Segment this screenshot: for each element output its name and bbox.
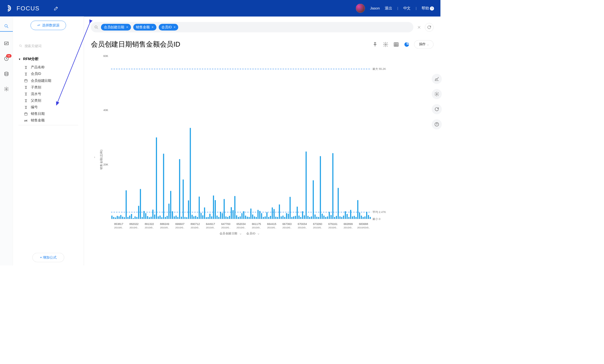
svg-rect-116 [288,214,289,219]
help-link[interactable]: 帮助? [422,6,434,11]
refresh-button[interactable] [425,23,433,32]
app-header: FOCUS Jason 退出 | 中文 | 帮助? [0,0,440,17]
svg-rect-27 [129,216,130,219]
rail-search-icon[interactable] [0,21,13,32]
chip-remove-icon[interactable]: × [174,25,176,29]
svg-rect-96 [252,215,253,219]
select-datasource-button[interactable]: 选择数据源 [31,21,66,30]
svg-rect-129 [311,216,312,219]
rail-clock-icon[interactable]: 55 [3,55,9,62]
bar-chart[interactable]: 20K40K60K [98,54,380,224]
svg-rect-117 [289,197,290,219]
svg-rect-47 [165,217,166,219]
edit-icon[interactable] [53,6,59,11]
logout-link[interactable]: 退出 [385,6,392,11]
svg-rect-58 [184,217,185,219]
query-chip[interactable]: 会员ID× [159,24,178,31]
svg-rect-141 [332,153,333,219]
operate-label: 操作 [419,42,426,47]
field-销售金额[interactable]: 销售金额 [24,118,78,123]
field-会员创建日期[interactable]: 会员创建日期 [24,78,78,83]
table-view-icon[interactable] [393,41,399,48]
chart-refresh-icon[interactable] [432,104,442,114]
svg-rect-80 [224,199,225,219]
svg-rect-23 [122,217,123,219]
svg-rect-114 [284,217,285,219]
rail-board-icon[interactable] [3,40,9,47]
username[interactable]: Jason [370,6,380,10]
config-icon[interactable] [383,41,389,48]
svg-rect-43 [158,216,159,219]
tree-group-rfm[interactable]: ▼ RFM分析 [18,57,78,61]
field-流水号[interactable]: 流水号 [24,92,78,96]
query-chip[interactable]: 销售金额× [133,24,156,31]
svg-text:20K: 20K [103,163,109,166]
chart-area: 销售金额(总和) › 20K40K60K 最大 55.2K 平均 2.47K 最… [91,54,433,266]
rail-data-icon[interactable] [3,71,9,77]
svg-rect-31 [136,217,137,219]
svg-rect-151 [350,210,351,219]
x-legend-1[interactable]: 会员创建日期 ⌵ [218,232,242,235]
svg-rect-121 [297,207,298,219]
svg-rect-159 [364,216,365,219]
svg-rect-147 [343,216,344,219]
query-chip[interactable]: 会员创建日期× [101,24,131,31]
field-tree: ▼ RFM分析 产品名称会员ID会员创建日期子类别流水号父类别编号销售日期销售金… [18,57,78,253]
svg-rect-35 [143,211,144,219]
svg-rect-157 [361,216,362,219]
chart-help-icon[interactable] [432,119,442,129]
svg-rect-127 [307,216,308,219]
svg-rect-104 [266,212,267,219]
svg-rect-153 [354,216,355,219]
field-产品名称[interactable]: 产品名称 [24,65,78,70]
lang-link[interactable]: 中文 [403,6,411,11]
pin-icon[interactable] [372,41,378,48]
svg-rect-36 [145,213,146,219]
expand-y-icon[interactable]: › [94,155,95,159]
sidebar-search[interactable] [18,43,78,49]
svg-rect-111 [279,204,280,219]
svg-rect-134 [320,156,321,219]
chip-remove-icon[interactable]: × [152,25,154,29]
sidebar-search-input[interactable] [25,44,78,48]
field-label: 父类别 [31,98,41,103]
svg-rect-83 [229,216,230,219]
rail-settings-icon[interactable] [3,86,9,92]
svg-rect-52 [174,216,175,219]
field-会员ID[interactable]: 会员ID [24,72,78,76]
svg-rect-144 [338,188,338,219]
add-formula-button[interactable]: + 增加公式 [32,253,64,262]
svg-rect-6 [25,79,27,82]
svg-rect-95 [250,209,251,219]
svg-rect-122 [299,216,299,219]
separator: | [416,6,417,10]
field-父类别[interactable]: 父类别 [24,98,78,103]
svg-rect-64 [195,216,196,219]
svg-rect-108 [273,209,274,219]
x-legend-2[interactable]: 会员ID ⌵ [245,232,260,235]
svg-rect-24 [124,217,125,219]
x-tick: 6828992010/0.. [341,222,356,229]
svg-rect-138 [327,216,328,219]
field-编号[interactable]: 编号 [24,105,78,109]
chart-view-icon[interactable] [404,41,410,48]
svg-rect-32 [138,206,139,219]
help-text: 帮助 [422,6,429,10]
query-bar[interactable]: 会员创建日期×销售金额×会员ID× [91,22,413,32]
svg-rect-18 [113,217,114,219]
operate-button[interactable]: 操作⌵ [414,40,433,49]
chart-settings-icon[interactable] [432,89,442,99]
field-子类别[interactable]: 子类别 [24,85,78,90]
svg-rect-98 [256,217,257,219]
clear-query-icon[interactable] [417,25,422,30]
chart-type-icon[interactable] [432,74,442,84]
avatar[interactable] [356,4,365,13]
chip-remove-icon[interactable]: × [126,25,128,29]
field-label: 会员创建日期 [31,78,52,83]
svg-rect-70 [206,217,207,219]
svg-rect-29 [133,218,134,219]
field-销售日期[interactable]: 销售日期 [24,112,78,116]
x-tick: 8913222010/0.. [142,222,157,229]
svg-rect-86 [234,196,235,219]
svg-rect-93 [247,217,248,219]
